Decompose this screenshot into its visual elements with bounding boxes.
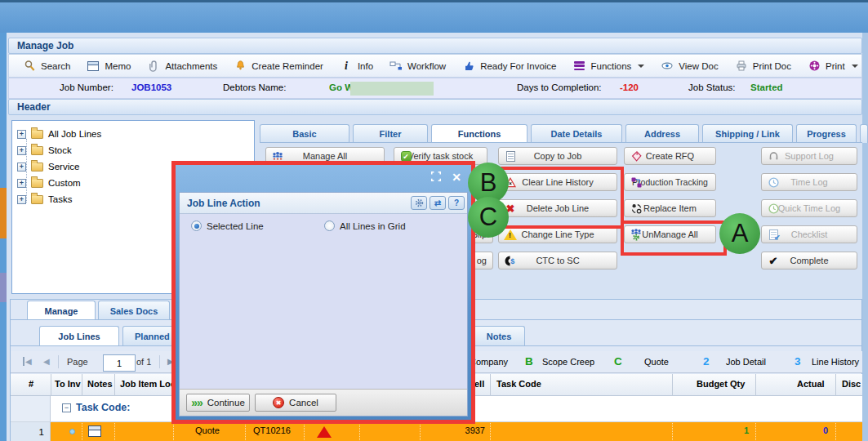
dialog-footer: »» Continue ✖ Cancel (180, 389, 467, 416)
annotation-circle-c: C (468, 197, 509, 238)
table-row[interactable]: 1 Quote QT10216 3937 1 0 (11, 422, 862, 441)
radio-button-icon[interactable] (324, 220, 335, 231)
job-number-value: JOB1053 (131, 82, 171, 92)
section-title-bar: Manage Job (8, 38, 862, 54)
thumbs-up-icon (462, 60, 475, 73)
tree-item-stock[interactable]: + Stock (17, 143, 72, 158)
functions-menu-button[interactable]: Functions (565, 56, 652, 76)
tab-basic[interactable]: Basic (260, 124, 349, 143)
legend-company: Company (470, 357, 508, 367)
print-button[interactable]: Print (800, 56, 866, 76)
gears-icon (630, 176, 643, 189)
notes-icon[interactable] (88, 425, 101, 437)
info-icon: i (340, 60, 353, 73)
legend-key-b: B (525, 355, 533, 368)
col-separator (755, 374, 756, 396)
ready-for-invoice-button[interactable]: Ready For Invoice (455, 56, 563, 76)
page-label: Page (67, 357, 88, 367)
tab-shipping-link[interactable]: Shipping / Link (702, 124, 793, 143)
expand-plus-icon[interactable]: + (17, 195, 26, 204)
right-edge-strip (862, 33, 868, 441)
copy-to-job-button[interactable]: Copy to Job (498, 147, 617, 165)
radio-selected-line[interactable]: Selected Line (191, 220, 264, 231)
clock-icon (767, 176, 780, 189)
tab-progress[interactable]: Progress (796, 124, 857, 143)
expand-plus-icon[interactable]: + (17, 146, 26, 155)
refresh-icon[interactable]: ⇄ (430, 196, 446, 210)
doc-number-cell: QT10216 (253, 425, 291, 435)
expand-plus-icon[interactable]: + (17, 163, 26, 172)
job-line-action-dialog: ✕ Job Line Action ⇄ ? Selected Line All … (171, 161, 475, 424)
workflow-button[interactable]: Workflow (382, 56, 453, 76)
col-to-inv: To Inv (55, 379, 81, 389)
support-log-button[interactable]: Support Log (761, 147, 857, 165)
tab-manage[interactable]: Manage (27, 301, 96, 320)
col-budget-qty: Budget Qty (697, 379, 745, 389)
info-button[interactable]: i Info (332, 56, 381, 76)
view-doc-button[interactable]: View Doc (653, 56, 725, 76)
close-icon[interactable]: ✕ (452, 172, 461, 183)
gear-icon[interactable] (411, 196, 427, 210)
col-notes: Notes (87, 379, 113, 389)
tree-item-service[interactable]: + Service (17, 159, 79, 174)
col-separator (835, 374, 836, 396)
tab-baseline (260, 142, 862, 143)
collapse-minus-icon[interactable]: − (62, 403, 71, 412)
tab-job-lines[interactable]: Job Lines (39, 326, 119, 345)
tab-partial[interactable] (860, 124, 868, 143)
radio-button-icon[interactable] (191, 220, 202, 231)
attachments-button[interactable]: Attachments (140, 56, 225, 76)
replace-item-button[interactable]: Replace Item (624, 199, 716, 217)
left-edge-orange-segment (0, 188, 7, 238)
dialog-title-bar: ✕ (176, 165, 471, 189)
prev-page-icon[interactable]: ◀ (43, 357, 50, 366)
warning-triangle-icon (317, 426, 332, 438)
print-doc-button[interactable]: Print Doc (728, 56, 799, 76)
cell-separator (114, 423, 116, 440)
first-page-icon[interactable]: ◀ (23, 357, 32, 366)
maximize-icon[interactable] (430, 171, 442, 184)
quick-time-log-button[interactable]: Quick Time Log (761, 199, 857, 217)
cancel-icon: ✖ (273, 397, 284, 408)
tab-filter[interactable]: Filter (353, 124, 428, 143)
complete-button[interactable]: ✔ Complete (761, 252, 857, 270)
dialog-frame: ✕ Job Line Action ⇄ ? Selected Line All … (176, 165, 471, 420)
swap-icon (630, 202, 643, 215)
annotation-rect-clear-delete (488, 167, 624, 229)
col-separator (114, 374, 115, 396)
create-rfq-button[interactable]: Create RFQ (624, 147, 716, 165)
expand-plus-icon[interactable]: + (17, 179, 26, 188)
time-log-button[interactable]: Time Log (761, 173, 857, 191)
tree-item-tasks[interactable]: + Tasks (17, 192, 72, 207)
tab-sales-docs[interactable]: Sales Docs (98, 301, 170, 320)
tab-date-details[interactable]: Date Details (531, 124, 622, 143)
ctc-to-sc-button[interactable]: $ CTC to SC (498, 252, 617, 270)
to-inv-indicator-icon[interactable] (69, 429, 75, 434)
pager-separator (159, 355, 160, 368)
memo-button[interactable]: Memo (79, 56, 138, 76)
copy-doc-icon (504, 149, 517, 163)
folder-icon (31, 163, 43, 172)
continue-button[interactable]: »» Continue (186, 394, 250, 412)
cancel-button[interactable]: ✖ Cancel (255, 394, 336, 412)
folder-icon (31, 179, 43, 188)
search-button[interactable]: Search (16, 56, 78, 76)
group-label: Task Code: (76, 402, 130, 413)
checklist-button[interactable]: ✔ Checklist (761, 225, 857, 243)
col-separator (82, 374, 82, 396)
col-disc: Disc (842, 379, 861, 389)
create-reminder-button[interactable]: Create Reminder (226, 56, 331, 76)
tab-notes[interactable]: Notes (473, 326, 525, 345)
tree-item-all-job-lines[interactable]: + All Job Lines (17, 127, 101, 141)
tab-functions[interactable]: Functions (431, 124, 527, 143)
expand-plus-icon[interactable]: + (17, 130, 26, 139)
production-tracking-button[interactable]: Production Tracking (624, 173, 716, 191)
tab-address[interactable]: Address (625, 124, 699, 143)
radio-all-lines[interactable]: All Lines in Grid (324, 220, 406, 231)
page-number-input[interactable] (103, 354, 136, 372)
tree-item-custom[interactable]: + Custom (17, 176, 81, 190)
budget-qty-cell: 1 (713, 425, 749, 435)
headset-icon (767, 149, 780, 163)
help-icon[interactable]: ? (448, 196, 465, 210)
cell-separator (755, 423, 757, 440)
